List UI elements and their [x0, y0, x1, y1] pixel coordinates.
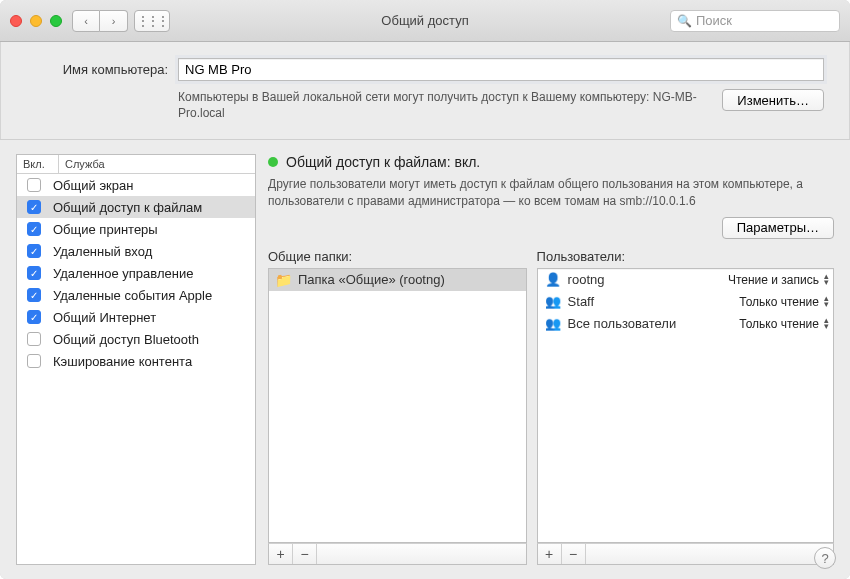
service-name: Кэширование контента — [53, 354, 192, 369]
permission-value: Только чтение — [739, 317, 819, 331]
service-row[interactable]: Общий экран — [17, 174, 255, 196]
user-permission-select[interactable]: Только чтение▴▾ — [739, 295, 829, 309]
service-row[interactable]: Кэширование контента — [17, 350, 255, 372]
services-header: Вкл. Служба — [17, 155, 255, 174]
service-row[interactable]: ✓Удаленный вход — [17, 240, 255, 262]
add-user-button[interactable]: + — [538, 544, 562, 564]
service-description: Другие пользователи могут иметь доступ к… — [268, 176, 834, 208]
user-name: rootng — [568, 272, 605, 287]
status-text: Общий доступ к файлам: вкл. — [286, 154, 480, 170]
search-icon: 🔍 — [677, 14, 692, 28]
services-body: Общий экран✓Общий доступ к файлам✓Общие … — [17, 174, 255, 564]
options-button[interactable]: Параметры… — [722, 217, 834, 239]
users-list[interactable]: 👤rootngЧтение и запись▴▾👥StaffТолько чте… — [537, 268, 834, 543]
show-all-button[interactable]: ⋮⋮⋮ — [134, 10, 170, 32]
edit-name-button[interactable]: Изменить… — [722, 89, 824, 111]
service-checkbox[interactable]: ✓ — [27, 266, 41, 280]
service-checkbox[interactable]: ✓ — [27, 310, 41, 324]
folder-icon: 📁 — [275, 272, 292, 288]
stepper-icon: ▴▾ — [824, 274, 829, 285]
titlebar: ‹ › ⋮⋮⋮ Общий доступ 🔍 Поиск — [0, 0, 850, 42]
users-toolbar: + − — [537, 543, 834, 565]
user-permission-select[interactable]: Чтение и запись▴▾ — [728, 273, 829, 287]
service-row[interactable]: ✓Общие принтеры — [17, 218, 255, 240]
group-icon: 👥 — [544, 294, 562, 309]
close-window-button[interactable] — [10, 15, 22, 27]
shared-folders-column: Общие папки: 📁Папка «Общие» (rootng) + − — [268, 249, 527, 565]
service-detail: Общий доступ к файлам: вкл. Другие польз… — [268, 154, 834, 565]
services-table: Вкл. Служба Общий экран✓Общий доступ к ф… — [16, 154, 256, 565]
service-checkbox[interactable]: ✓ — [27, 244, 41, 258]
search-placeholder: Поиск — [696, 13, 732, 28]
service-checkbox[interactable] — [27, 178, 41, 192]
zoom-window-button[interactable] — [50, 15, 62, 27]
permission-value: Только чтение — [739, 295, 819, 309]
folder-row[interactable]: 📁Папка «Общие» (rootng) — [269, 269, 526, 291]
service-checkbox[interactable]: ✓ — [27, 222, 41, 236]
group-icon: 👥 — [544, 316, 562, 331]
person-icon: 👤 — [544, 272, 562, 287]
status-indicator-icon — [268, 157, 278, 167]
service-row[interactable]: ✓Общий Интернет — [17, 306, 255, 328]
computer-name-input[interactable] — [178, 58, 824, 81]
service-name: Удаленное управление — [53, 266, 193, 281]
permission-value: Чтение и запись — [728, 273, 819, 287]
nav-buttons: ‹ › — [72, 10, 128, 32]
services-header-on: Вкл. — [17, 155, 59, 173]
back-button[interactable]: ‹ — [72, 10, 100, 32]
service-name: Удаленный вход — [53, 244, 152, 259]
service-row[interactable]: ✓Удаленные события Apple — [17, 284, 255, 306]
service-checkbox[interactable]: ✓ — [27, 200, 41, 214]
user-permission-select[interactable]: Только чтение▴▾ — [739, 317, 829, 331]
computer-name-description: Компьютеры в Вашей локальной сети могут … — [178, 89, 712, 121]
computer-name-label: Имя компьютера: — [36, 58, 168, 77]
services-header-name: Служба — [59, 155, 255, 173]
user-name: Staff — [568, 294, 595, 309]
shared-folders-toolbar: + − — [268, 543, 527, 565]
remove-folder-button[interactable]: − — [293, 544, 317, 564]
remove-user-button[interactable]: − — [562, 544, 586, 564]
help-button[interactable]: ? — [814, 547, 836, 569]
service-row[interactable]: ✓Удаленное управление — [17, 262, 255, 284]
user-row[interactable]: 👤rootngЧтение и запись▴▾ — [538, 269, 833, 291]
service-name: Общий доступ Bluetooth — [53, 332, 199, 347]
users-column: Пользователи: 👤rootngЧтение и запись▴▾👥S… — [537, 249, 834, 565]
service-checkbox[interactable] — [27, 332, 41, 346]
service-name: Общий экран — [53, 178, 133, 193]
shared-folders-list[interactable]: 📁Папка «Общие» (rootng) — [268, 268, 527, 543]
stepper-icon: ▴▾ — [824, 296, 829, 307]
service-name: Общий доступ к файлам — [53, 200, 202, 215]
service-checkbox[interactable] — [27, 354, 41, 368]
stepper-icon: ▴▾ — [824, 318, 829, 329]
search-field[interactable]: 🔍 Поиск — [670, 10, 840, 32]
service-row[interactable]: ✓Общий доступ к файлам — [17, 196, 255, 218]
user-name: Все пользователи — [568, 316, 677, 331]
add-folder-button[interactable]: + — [269, 544, 293, 564]
computer-name-section: Имя компьютера: Компьютеры в Вашей локал… — [0, 42, 850, 139]
shared-folders-label: Общие папки: — [268, 249, 527, 264]
folder-name: Папка «Общие» (rootng) — [298, 272, 445, 287]
service-checkbox[interactable]: ✓ — [27, 288, 41, 302]
user-row[interactable]: 👥StaffТолько чтение▴▾ — [538, 291, 833, 313]
user-row[interactable]: 👥Все пользователиТолько чтение▴▾ — [538, 313, 833, 335]
main-area: Вкл. Служба Общий экран✓Общий доступ к ф… — [0, 139, 850, 579]
service-row[interactable]: Общий доступ Bluetooth — [17, 328, 255, 350]
minimize-window-button[interactable] — [30, 15, 42, 27]
users-label: Пользователи: — [537, 249, 834, 264]
service-name: Удаленные события Apple — [53, 288, 212, 303]
forward-button[interactable]: › — [100, 10, 128, 32]
window-controls — [10, 15, 62, 27]
service-name: Общие принтеры — [53, 222, 158, 237]
service-name: Общий Интернет — [53, 310, 156, 325]
